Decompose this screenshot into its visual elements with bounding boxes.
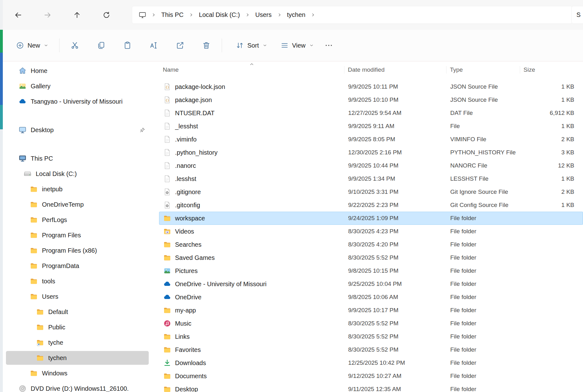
file-row-python-history[interactable]: .python_history12/30/2025 2:16 PMPYTHON_…	[159, 146, 583, 159]
refresh-button[interactable]	[97, 6, 116, 24]
file-row-ntuser-dat[interactable]: NTUSER.DAT12/27/2025 9:54 AMDAT File6,91…	[159, 106, 583, 120]
cut-icon	[70, 41, 79, 50]
file-row-favorites[interactable]: Favorites8/30/2025 5:52 PMFile folder	[159, 343, 583, 356]
sidebar-item-label: Users	[42, 293, 146, 300]
file-name-cell: .nanorc	[159, 162, 344, 170]
sidebar-item-label: PerfLogs	[42, 216, 146, 224]
folder-icon	[30, 262, 38, 270]
file-name: .gitignore	[175, 188, 201, 196]
file-row-onedrive[interactable]: OneDrive9/8/2025 10:06 AMFile folder	[159, 291, 583, 304]
sidebar-item-program-files[interactable]: Program Files	[6, 228, 149, 242]
sidebar-item-tyche[interactable]: tyche	[6, 336, 149, 349]
file-name: NTUSER.DAT	[175, 110, 214, 117]
file-row-searches[interactable]: Searches8/30/2025 4:20 PMFile folder	[159, 238, 583, 251]
sidebar-item-this-pc[interactable]: This PC	[6, 152, 149, 165]
sidebar-item-default[interactable]: Default	[6, 305, 149, 319]
sidebar-item-onedrivetemp[interactable]: OneDriveTemp	[6, 198, 149, 211]
sidebar-item-tychen[interactable]: tychen	[6, 351, 149, 365]
file-name-cell: .gitignore	[159, 188, 344, 196]
sidebar-item-program-files-x86[interactable]: Program Files (x86)	[6, 244, 149, 257]
file-row-workspace[interactable]: workspace9/24/2025 1:09 PMFile folder	[159, 212, 583, 225]
sort-button[interactable]: Sort	[231, 36, 272, 55]
address-bar[interactable]: This PCLocal Disk (C:)Userstychen	[132, 6, 572, 24]
file-row-desktop[interactable]: Desktop9/11/2025 12:35 AMFile folder	[159, 383, 583, 392]
column-header-size[interactable]: Size	[520, 61, 578, 78]
sidebar-item-desktop[interactable]: Desktop	[6, 123, 149, 137]
column-header-type[interactable]: Type	[446, 61, 520, 78]
back-icon	[14, 11, 22, 19]
search-box[interactable]: S	[571, 6, 583, 24]
breadcrumb-item-this-pc[interactable]: This PC	[157, 9, 187, 20]
file-name-cell: workspace	[159, 214, 344, 222]
file-size: 12 KB	[520, 162, 578, 169]
column-header-date-modified[interactable]: Date modified	[344, 61, 446, 78]
sidebar-item-tsangyao-university-of-missouri[interactable]: Tsangyao - University of Missouri	[6, 95, 149, 108]
gallery-icon	[18, 82, 27, 90]
file-type: File folder	[446, 241, 520, 248]
sidebar-item-label: Desktop	[31, 126, 135, 134]
file-date: 8/30/2025 5:52 PM	[344, 333, 446, 340]
sort-icon	[236, 41, 244, 49]
breadcrumb-item-tychen[interactable]: tychen	[283, 9, 309, 20]
file-row-package-lock-json[interactable]: {}package-lock.json9/9/2025 10:11 PMJSON…	[159, 80, 583, 93]
sidebar-item-local-disk-c[interactable]: Local Disk (C:)	[6, 167, 149, 181]
cut-button[interactable]	[65, 36, 85, 55]
desktop-icon	[18, 126, 27, 134]
file-type: Git Config Source File	[446, 202, 520, 209]
folder-icon	[30, 185, 38, 193]
file-row-nanorc[interactable]: .nanorc9/9/2025 10:44 PMNANORC File12 KB	[159, 159, 583, 172]
file-name: package.json	[175, 96, 212, 104]
sidebar-item-home[interactable]: Home	[6, 64, 149, 78]
folder-icon	[163, 254, 171, 262]
file-row-downloads[interactable]: Downloads12/25/2025 10:42 PMFile folder	[159, 356, 583, 369]
file-row-pictures[interactable]: Pictures9/8/2025 10:15 PMFile folder	[159, 264, 583, 277]
breadcrumb-item-local-disk-c[interactable]: Local Disk (C:)	[195, 9, 244, 20]
forward-button[interactable]	[39, 6, 57, 24]
paste-button[interactable]	[118, 36, 137, 55]
column-header-label: Size	[524, 66, 535, 73]
breadcrumb-item-users[interactable]: Users	[251, 9, 275, 20]
rename-button[interactable]	[144, 36, 163, 55]
background-strip-segment	[0, 105, 3, 129]
sidebar-item-perflogs[interactable]: PerfLogs	[6, 213, 149, 227]
sidebar-item-label: Public	[48, 324, 146, 331]
new-button[interactable]: New	[11, 36, 54, 55]
file-row-onedrive-university-of-missouri[interactable]: OneDrive - University of Missouri9/25/20…	[159, 277, 583, 291]
file-row-documents[interactable]: Documents9/12/2025 10:27 AMFile folder	[159, 369, 583, 383]
sidebar-item-windows[interactable]: Windows	[6, 366, 149, 380]
file-row-saved-games[interactable]: Saved Games8/30/2025 5:52 PMFile folder	[159, 251, 583, 264]
file-name-cell: .gitconfig	[159, 201, 344, 209]
file-row-gitignore[interactable]: .gitignore9/10/2025 3:31 PMGit Ignore So…	[159, 185, 583, 199]
sidebar-item-users[interactable]: Users	[6, 290, 149, 303]
file-row-links[interactable]: Links8/30/2025 5:52 PMFile folder	[159, 330, 583, 343]
file-row-lesshst[interactable]: _lesshst9/9/2025 9:11 AMFile1 KB	[159, 120, 583, 133]
file-row-package-json[interactable]: {}package.json9/9/2025 10:10 PMJSON Sour…	[159, 93, 583, 106]
sidebar-item-gallery[interactable]: Gallery	[6, 79, 149, 93]
file-type: JSON Source File	[446, 83, 520, 90]
file-row-viminfo[interactable]: .viminfo9/9/2025 8:05 PMVIMINFO File2 KB	[159, 133, 583, 146]
copy-button[interactable]	[91, 36, 111, 55]
file-date: 9/10/2025 3:31 PM	[344, 188, 446, 195]
delete-button[interactable]	[197, 36, 216, 55]
file-explorer-window: This PCLocal Disk (C:)Userstychen S New …	[3, 0, 583, 392]
file-row-gitconfig[interactable]: .gitconfig9/22/2025 2:23 PMGit Config So…	[159, 199, 583, 212]
file-row-videos[interactable]: Videos8/30/2025 4:23 PMFile folder	[159, 225, 583, 238]
file-row-my-app[interactable]: my-app9/9/2025 10:17 PMFile folder	[159, 304, 583, 317]
sidebar-item-inetpub[interactable]: inetpub	[6, 182, 149, 196]
sidebar-item-public[interactable]: Public	[6, 320, 149, 334]
sidebar-item-tools[interactable]: tools	[6, 274, 149, 288]
view-button[interactable]: View	[276, 36, 319, 55]
file-row-music[interactable]: Music8/30/2025 5:52 PMFile folder	[159, 317, 583, 330]
back-button[interactable]	[9, 6, 27, 24]
chevron-right-icon	[310, 12, 316, 18]
sidebar-item-programdata[interactable]: ProgramData	[6, 259, 149, 273]
videos-folder-icon	[163, 227, 171, 235]
up-button[interactable]	[68, 6, 86, 24]
file-row-lesshst[interactable]: .lesshst9/9/2025 1:34 PMLESSHST File1 KB	[159, 172, 583, 185]
more-options-button[interactable]	[319, 36, 338, 55]
file-type: File folder	[446, 267, 520, 274]
sidebar-item-dvd-drive-d-windows11-26100[interactable]: DVD Drive (D:) Windows11_26100.	[6, 382, 149, 392]
background-strip-segment	[0, 0, 3, 30]
column-header-name[interactable]: Name	[159, 61, 344, 78]
share-button[interactable]	[170, 36, 190, 55]
